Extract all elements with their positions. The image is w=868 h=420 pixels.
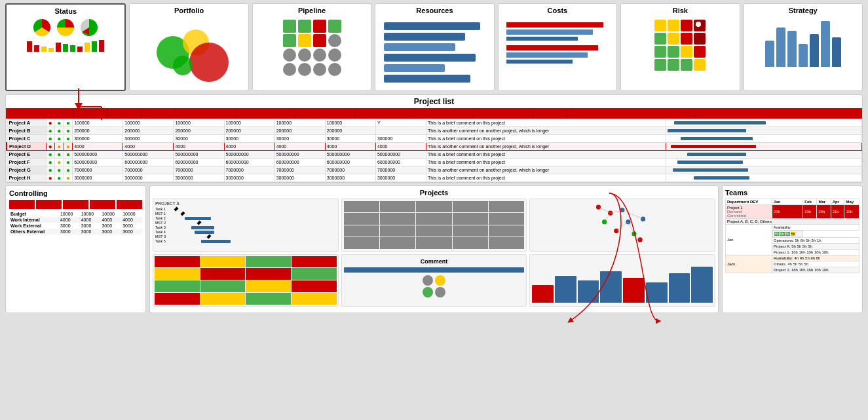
table-row: Project C ● ● ● 300000 300000 30000 3000…: [7, 135, 862, 143]
controlling-card: Controlling Budget10000100001000010000 W…: [5, 185, 146, 313]
project-color-subcard: [341, 199, 527, 252]
project-barchart-subcard: [529, 254, 715, 307]
portfolio-title: Portfolio: [174, 7, 204, 14]
status-card[interactable]: Status: [5, 3, 126, 91]
strategy-title: Strategy: [789, 7, 818, 14]
projects-title: Projects: [153, 189, 715, 197]
resources-visual: [384, 17, 485, 88]
table-row: Project D ● ● ● 4000 4000 4000 4000 4000…: [7, 143, 862, 151]
table-row: Project H ● ● ● 3000000 3000000 3000000 …: [7, 174, 862, 182]
table-row: Project A ● ● ● 100000 100000 100000 100…: [7, 119, 862, 127]
table-row: Project F ● ● ● 600000000 600000000 6000…: [7, 159, 862, 166]
costs-visual: [506, 17, 608, 69]
project-list-title: Project list: [6, 95, 862, 108]
risk-card[interactable]: Risk: [620, 3, 740, 91]
strategy-card[interactable]: Strategy: [744, 3, 863, 91]
bottom-section: Controlling Budget10000100001000010000 W…: [0, 185, 868, 313]
risk-title: Risk: [673, 7, 688, 14]
top-cards-row: Status: [0, 0, 868, 94]
project-table: Project A ● ● ● 100000 100000 100000 100…: [6, 119, 862, 182]
svg-line-16: [599, 207, 611, 213]
table-row: Project E ● ● ● 500000000 500000000 5000…: [7, 151, 862, 159]
svg-line-20: [616, 222, 628, 231]
controlling-title: Controlling: [9, 189, 142, 197]
teams-card: Teams Department DEV Jan Feb Mar Apr May…: [722, 185, 863, 313]
svg-line-21: [628, 222, 634, 234]
project-gantt-subcard: PROJECT A Task 1 MST 1 Task 2 MST 2 Task…: [153, 199, 339, 252]
svg-point-6: [173, 56, 193, 75]
pipeline-title: Pipeline: [298, 7, 326, 14]
portfolio-card[interactable]: Portfolio: [129, 3, 248, 91]
svg-line-19: [622, 210, 643, 220]
projects-card: Projects PROJECT A Task 1 MST 1 Task 2 M…: [149, 185, 719, 313]
svg-point-5: [189, 43, 229, 82]
strategy-visual: [763, 17, 844, 69]
project-blocks-subcard: [153, 254, 339, 307]
svg-line-22: [634, 234, 640, 240]
resources-title: Resources: [416, 7, 453, 14]
table-row: Project G ● ● ● 7000000 7000000 7000000 …: [7, 166, 862, 174]
project-list-section: Project list Project A ● ● ● 1: [5, 94, 863, 183]
risk-visual: [652, 17, 708, 73]
pipeline-visual: [280, 17, 344, 79]
resources-card[interactable]: Resources: [375, 3, 494, 91]
costs-card[interactable]: Costs: [498, 3, 617, 91]
pipeline-card[interactable]: Pipeline: [252, 3, 371, 91]
status-visual: [27, 18, 104, 52]
table-row: Project B ● ● ● 200000 200000 200000 200…: [7, 127, 862, 135]
teams-title: Teams: [725, 189, 859, 197]
costs-title: Costs: [548, 7, 568, 14]
status-title: Status: [54, 7, 77, 15]
project-network-subcard: [529, 199, 715, 252]
svg-line-17: [605, 213, 611, 222]
portfolio-visual: [147, 17, 232, 88]
project-comment-subcard: Comment: [341, 254, 527, 307]
